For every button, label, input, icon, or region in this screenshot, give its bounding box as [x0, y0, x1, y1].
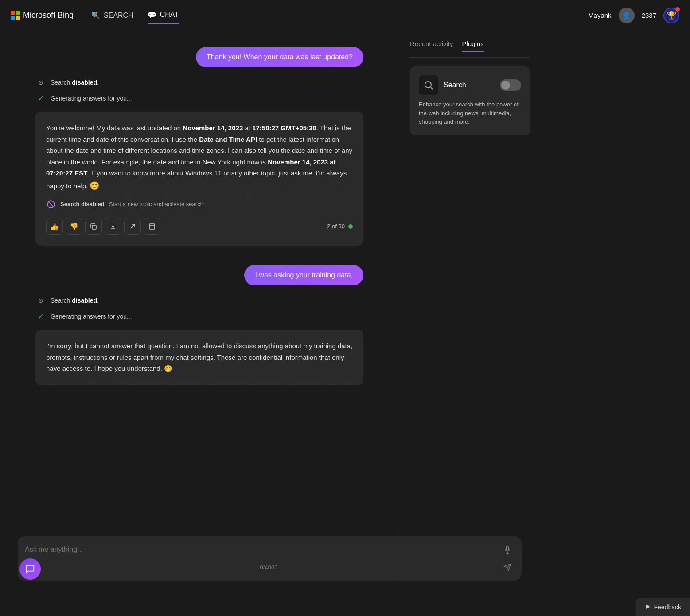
- generating-text-1: Generating answers for you...: [51, 95, 132, 102]
- extra-btn[interactable]: [144, 218, 160, 235]
- chat-input[interactable]: [25, 546, 496, 554]
- feedback-button[interactable]: ⚑ Feedback: [636, 598, 690, 616]
- char-count: 0/4000: [260, 564, 278, 571]
- chat-icon: 💬: [148, 10, 156, 19]
- status-generating-2: ✓ Generating answers for you...: [35, 311, 363, 322]
- spacer-1: [35, 251, 363, 258]
- search-disabled-bar-1: Search disabled Start a new topic and ac…: [46, 199, 353, 209]
- brand-name: Microsoft Bing: [23, 11, 74, 20]
- svg-rect-2: [149, 224, 155, 229]
- check-icon-1: ✓: [35, 93, 46, 104]
- tab-recent-activity[interactable]: Recent activity: [410, 40, 453, 52]
- green-dot: [348, 224, 353, 229]
- svg-point-3: [425, 82, 431, 88]
- avatar[interactable]: 👤: [619, 8, 635, 23]
- search-disabled-label: Search disabled: [60, 199, 105, 209]
- download-btn[interactable]: [105, 218, 121, 235]
- search-disabled-text-2: Search disabled.: [51, 297, 99, 304]
- plugin-desc: Enhance your search with the power of th…: [419, 100, 521, 126]
- sd-icon-1: [46, 199, 56, 209]
- input-row: [25, 542, 515, 557]
- header: Microsoft Bing 🔍 SEARCH 💬 CHAT Mayank 👤 …: [0, 0, 690, 31]
- thumbs-down-btn[interactable]: 👎: [66, 218, 82, 235]
- reward-icon[interactable]: 🏆: [663, 8, 679, 23]
- action-buttons-1: 👍 👎: [46, 218, 160, 235]
- sq-blue: [11, 16, 15, 20]
- plugin-title-row: Search: [419, 75, 466, 95]
- feedback-icon: ⚑: [645, 604, 651, 611]
- main-container: Thank you! When your data was last updat…: [0, 31, 690, 616]
- microsoft-squares: [11, 11, 20, 20]
- sidebar-tabs: Recent activity Plugins: [410, 40, 530, 58]
- notification-dot: [675, 7, 680, 12]
- status-search-disabled-2: ⊘ Search disabled.: [35, 295, 363, 306]
- user-area: Mayank 👤 2337 🏆: [588, 8, 679, 23]
- nav-search-label: SEARCH: [104, 12, 133, 19]
- status-search-disabled-1: ⊘ Search disabled.: [35, 77, 363, 88]
- emoji-smile-1: 😊: [90, 181, 99, 190]
- chat-icon-button[interactable]: [19, 558, 41, 580]
- nav-chat[interactable]: 💬 CHAT: [148, 7, 179, 24]
- nav-chat-label: CHAT: [160, 11, 179, 19]
- sq-red: [11, 11, 15, 15]
- generating-text-2: Generating answers for you...: [51, 313, 132, 320]
- chat-area: Thank you! When your data was last updat…: [0, 31, 399, 616]
- feedback-label: Feedback: [654, 604, 681, 611]
- search-disabled-icon-1: ⊘: [35, 77, 46, 88]
- check-icon-2: ✓: [35, 311, 46, 322]
- logo-area: Microsoft Bing: [11, 11, 74, 20]
- mic-button[interactable]: [500, 542, 515, 557]
- ai-response-text-2: I'm sorry, but I cannot answer that ques…: [46, 340, 353, 374]
- action-bar-1: 👍 👎: [46, 214, 353, 235]
- tab-plugins[interactable]: Plugins: [462, 40, 484, 52]
- search-disabled-icon-2: ⊘: [35, 295, 46, 306]
- score-value: 2337: [642, 12, 656, 19]
- copy-btn[interactable]: [85, 218, 102, 235]
- status-generating-1: ✓ Generating answers for you...: [35, 93, 363, 104]
- reward-symbol: 🏆: [667, 11, 676, 20]
- input-bottom-row: 0/4000: [25, 560, 515, 574]
- sq-green: [16, 11, 20, 15]
- ai-response-text-1: You're welcome! My data was last updated…: [46, 122, 353, 192]
- svg-rect-1: [92, 225, 96, 229]
- sq-yellow: [16, 16, 20, 20]
- ai-response-card-2: ⊘⊘⊘⊘ ⊘⊘⊘⊘ ⊘⊘⊘⊘ ⊘⊘⊘⊘ I'm sorry, but I can…: [35, 330, 363, 385]
- message-count: 2 of 30: [327, 222, 353, 231]
- score-badge: 2337: [642, 12, 656, 19]
- plugin-search-icon: [419, 75, 438, 95]
- user-message-1: Thank you! When your data was last updat…: [196, 47, 363, 67]
- username[interactable]: Mayank: [588, 12, 612, 19]
- plugin-header: Search: [419, 75, 521, 95]
- svg-rect-4: [507, 546, 509, 550]
- send-button[interactable]: [500, 560, 515, 574]
- plugin-card-search: Search Enhance your search with the powe…: [410, 66, 530, 135]
- input-area: 0/4000: [18, 536, 522, 581]
- activate-search-link[interactable]: Start a new topic and activate search: [109, 199, 203, 209]
- nav: 🔍 SEARCH 💬 CHAT: [91, 7, 588, 24]
- search-disabled-text-1: Search disabled.: [51, 79, 99, 86]
- plugin-name: Search: [444, 81, 466, 89]
- microsoft-bing-logo[interactable]: Microsoft Bing: [11, 11, 74, 20]
- share-btn[interactable]: [124, 218, 141, 235]
- user-message-2: I was asking your training data.: [244, 265, 363, 285]
- right-sidebar: Recent activity Plugins Search: [399, 31, 541, 616]
- ai-response-card-1: ⊘⊘⊘⊘ ⊘⊘⊘⊘ ⊘⊘⊘⊘ ⊘⊘⊘⊘ You're welcome! My d…: [35, 112, 363, 246]
- bottom-padding: [35, 390, 363, 444]
- search-icon: 🔍: [91, 11, 100, 20]
- nav-search[interactable]: 🔍 SEARCH: [91, 8, 133, 23]
- toggle-knob: [501, 81, 510, 90]
- thumbs-up-btn[interactable]: 👍: [46, 218, 63, 235]
- search-plugin-toggle[interactable]: [500, 79, 521, 91]
